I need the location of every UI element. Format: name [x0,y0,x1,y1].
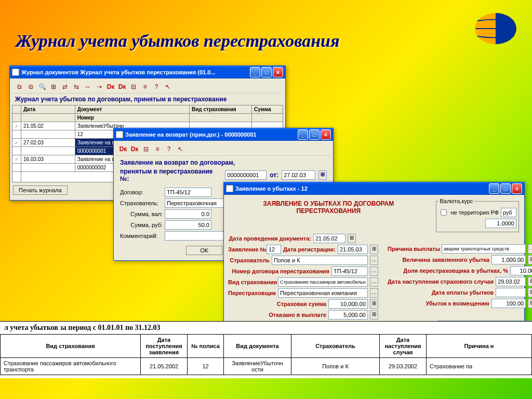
toolbar-icon[interactable]: ≡ [153,145,162,153]
pointer-icon[interactable]: ↖ [164,83,172,91]
heading-line1: Заявление на возврат по договорам, [120,159,235,166]
date-picker-button[interactable]: ⊞ [370,245,378,254]
toolbar: Dк Dк ⊟ ≡ ? ↖ [116,143,331,156]
report-row: Страхование пассажиров автомобильного тр… [1,358,532,375]
calc-button[interactable]: ⊞ [528,255,532,264]
toolbar-icon[interactable]: ⇆ [72,83,81,91]
titlebar-journal[interactable]: Журнал документов Журнал учета убытков п… [10,66,285,78]
sumrub-label: Сумма, руб: [120,222,163,228]
toolbar-icon[interactable]: Dк [107,83,115,91]
col-kind[interactable]: Вид страхования [190,105,252,114]
close-button[interactable]: × [512,183,522,194]
journal-heading: Журнал учета убытков по договорам, приня… [12,94,283,105]
toolbar-icon[interactable]: ⊞ [49,83,58,91]
app-number-input[interactable] [267,245,281,254]
toolbar-icon[interactable]: ≡ [141,83,149,91]
minimize-button[interactable]: _ [489,183,499,194]
toolbar-icon[interactable]: Dк [118,83,126,91]
comment-label: Комментарий: [120,233,163,239]
toolbar-icon[interactable]: ↔ [84,83,92,91]
app-icon [226,185,233,192]
reinsurer-input[interactable] [278,288,368,298]
app-icon [12,69,19,76]
compensation-input[interactable] [491,299,526,308]
date-picker-button[interactable]: ⊞ [528,277,532,286]
incident-date-input[interactable] [496,277,526,286]
toolbar-icon[interactable]: ⊟ [129,83,138,91]
reg-date-input[interactable] [338,245,368,254]
not-rf-checkbox[interactable] [441,209,447,216]
toolbar-icon[interactable]: ⇄ [61,83,69,91]
help-icon[interactable]: ? [165,145,173,153]
col-sum[interactable]: Сумма [252,105,283,114]
col-num[interactable]: Номер [75,114,189,122]
date-picker-button[interactable]: ⊞ [528,288,532,297]
pointer-icon[interactable]: ↖ [176,145,184,153]
sumrub-input[interactable] [165,220,211,230]
lookup-button[interactable]: … [370,267,378,276]
currency-legend: Валюта,курс [438,198,474,204]
title-text: Заявление на возврат (прин.дог.) - 00000… [125,131,256,138]
heading-line2: принятым в перестрахование №: [120,168,222,182]
insurer-input[interactable] [272,256,368,265]
dogovor-input[interactable] [165,188,211,197]
brand-logo [470,10,522,47]
payment-date-input[interactable] [496,288,526,297]
calc-button[interactable]: ⊞ [528,299,532,308]
lookup-button[interactable]: … [370,288,378,298]
minimize-button[interactable]: _ [298,129,308,140]
toolbar-icon[interactable]: Dк [119,145,127,153]
reason-input[interactable] [442,244,526,254]
minimize-button[interactable]: _ [250,67,260,77]
lookup-button[interactable]: … [528,244,532,254]
refused-input[interactable] [328,310,368,320]
print-journal-button[interactable]: Печать журнала [13,185,68,195]
strah-label: Страхователь: [120,200,163,206]
toolbar-icon[interactable]: ⇢ [95,83,103,91]
calc-button[interactable]: ⊞ [370,299,378,309]
lookup-button[interactable]: … [370,277,378,287]
rate-input[interactable] [485,219,516,228]
close-button[interactable]: × [321,129,331,140]
return-date-input[interactable] [282,170,315,180]
toolbar: ⧉ ⧉ 🔍 ⊞ ⇄ ⇆ ↔ ⇢ Dк Dк ⊟ ≡ ? ↖ [12,81,283,94]
not-rf-label: не территория РФ [450,209,499,216]
col-doc[interactable]: Документ [75,105,189,114]
sumval-input[interactable] [165,209,211,219]
ins-sum-input[interactable] [328,299,368,309]
titlebar-return[interactable]: Заявление на возврат (прин.дог.) - 00000… [114,128,333,141]
title-text: Заявление о убытках - 12 [235,185,308,192]
date-picker-button[interactable]: ⊞ [318,170,327,180]
toolbar-icon[interactable]: 🔍 [38,83,46,91]
toolbar-icon[interactable]: ⊟ [142,145,150,153]
ins-type-input[interactable] [278,277,368,287]
page-title: Журнал учета убытков перестрахования [16,31,340,51]
report-title: л учета убытков за период с 01.01.01 по … [0,322,532,334]
title-text: Журнал документов Журнал учета убытков п… [21,69,216,75]
toolbar-icon[interactable]: ⧉ [15,83,23,91]
maximize-button[interactable]: □ [261,67,272,77]
toolbar-icon[interactable]: ⧉ [26,83,35,91]
date-doc-input[interactable] [313,234,345,243]
share-input[interactable] [510,266,532,275]
currency-input[interactable] [501,208,516,217]
col-date[interactable]: Дата [21,105,75,114]
sumval-label: Сумма, вал: [120,211,163,217]
titlebar-loss[interactable]: Заявление о убытках - 12 _ □ × [224,182,524,195]
loss-amount-input[interactable] [491,255,526,264]
calc-button[interactable]: ⊞ [370,310,378,320]
maximize-button[interactable]: □ [309,129,320,140]
return-number-input[interactable] [225,170,267,180]
close-button[interactable]: × [273,67,283,77]
report-preview: л учета убытков за период с 01.01.01 по … [0,321,532,378]
lookup-button[interactable]: … [370,256,378,265]
contract-input[interactable] [331,267,368,276]
help-icon[interactable]: ? [152,83,161,91]
toolbar-icon[interactable]: Dк [130,145,139,153]
report-table: Вид страхования Дата поступления заявлен… [0,334,532,375]
app-icon [116,131,123,138]
loss-heading: ЗАЯВЛЕНИЕ О УБЫТКАХ ПО ДОГОВОРАМ ПЕРЕСТР… [228,198,429,217]
maximize-button[interactable]: □ [500,183,511,194]
date-picker-button[interactable]: ⊞ [348,234,356,243]
ok-button[interactable]: OK [186,246,222,255]
